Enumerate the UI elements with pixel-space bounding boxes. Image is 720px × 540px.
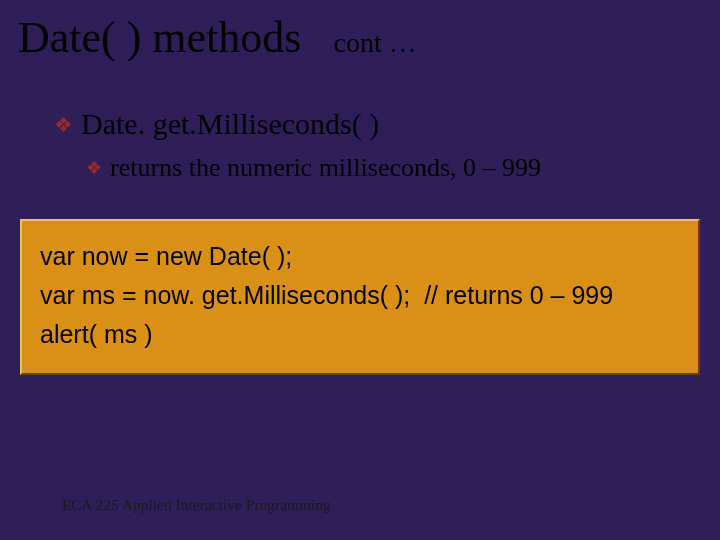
bullet-level2: ❖ returns the numeric milliseconds, 0 – … (86, 153, 720, 183)
diamond-icon: ❖ (86, 157, 102, 179)
code-line: var now = new Date( ); (40, 237, 680, 276)
slide-title: Date( ) methods (18, 12, 301, 63)
code-line: alert( ms ) (40, 315, 680, 354)
bullet-level1: ❖ Date. get.Milliseconds( ) (54, 107, 720, 141)
code-box: var now = new Date( ); var ms = now. get… (20, 219, 700, 375)
slide-title-cont: cont … (333, 27, 416, 59)
code-line: var ms = now. get.Milliseconds( ); // re… (40, 276, 680, 315)
bullet-list: ❖ Date. get.Milliseconds( ) ❖ returns th… (0, 107, 720, 183)
slide: Date( ) methods cont … ❖ Date. get.Milli… (0, 0, 720, 540)
bullet-level2-text: returns the numeric milliseconds, 0 – 99… (110, 153, 541, 183)
footer-text: ECA 225 Applied Interactive Programming (62, 497, 331, 514)
title-row: Date( ) methods cont … (0, 12, 720, 63)
diamond-icon: ❖ (54, 113, 73, 138)
bullet-level1-text: Date. get.Milliseconds( ) (81, 107, 379, 141)
